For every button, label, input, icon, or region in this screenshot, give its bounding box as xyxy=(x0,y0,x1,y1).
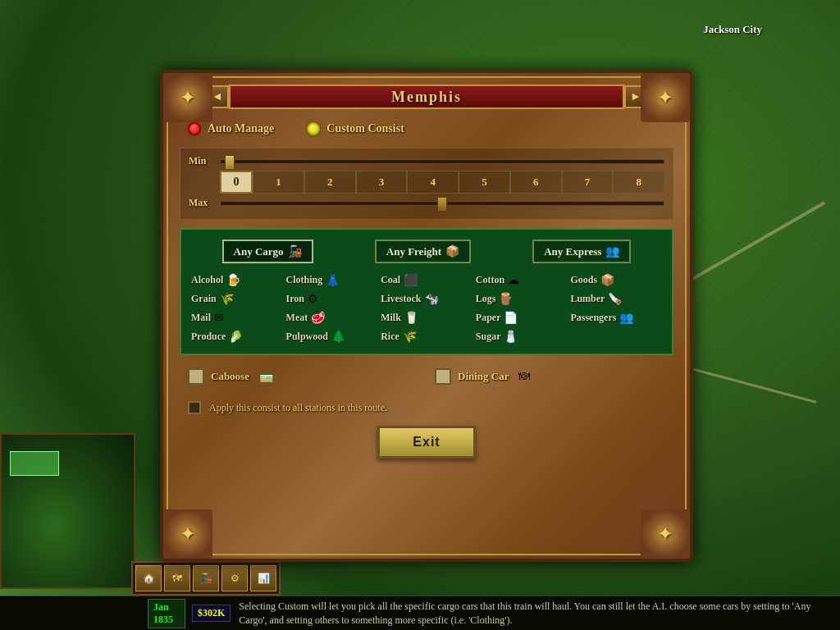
cargo-name-livestock: Livestock xyxy=(381,293,421,305)
scale-value-5: 5 xyxy=(459,171,510,194)
any-freight-label: Any Freight xyxy=(386,245,441,258)
cargo-icon-goods: 📦 xyxy=(600,273,614,287)
caboose-label: Caboose xyxy=(211,370,249,383)
cargo-empty-cell xyxy=(570,330,662,344)
apply-row: Apply this consist to all stations in th… xyxy=(180,396,673,419)
special-cars-section: Caboose 🚃 Dining Car 🍽 xyxy=(180,363,673,390)
panel-frame: ✦ ✦ ✦ ✦ ◄ Memphis ► Auto Manage xyxy=(160,70,693,562)
dialog-panel: ✦ ✦ ✦ ✦ ◄ Memphis ► Auto Manage xyxy=(160,70,693,562)
min-slider-row: Min xyxy=(189,155,664,167)
title-bar: ◄ Memphis ► xyxy=(229,84,624,109)
toolbar-btn-2[interactable]: 🗺 xyxy=(164,565,190,591)
cargo-name-grain: Grain xyxy=(191,293,217,305)
corner-ornament-tl: ✦ xyxy=(163,73,212,122)
cargo-name-milk: Milk xyxy=(381,312,401,324)
mini-map-highlight xyxy=(10,451,59,476)
cargo-item-coal[interactable]: Coal ⬛ xyxy=(381,273,472,287)
number-scale: 0 1 2 3 4 5 6 7 8 xyxy=(189,171,664,194)
custom-consist-option[interactable]: Custom Consist xyxy=(307,122,404,135)
cargo-icon-meat: 🥩 xyxy=(311,311,325,325)
min-slider-track[interactable] xyxy=(220,159,664,164)
max-slider-row: Max xyxy=(189,197,664,209)
scale-value-2: 2 xyxy=(304,171,356,194)
toolbar-btn-3[interactable]: 🚂 xyxy=(193,565,219,591)
city-label: Jackson City xyxy=(703,23,762,36)
exit-button[interactable]: Exit xyxy=(377,426,475,459)
cargo-item-meat[interactable]: Meat 🥩 xyxy=(286,311,378,325)
cargo-item-logs[interactable]: Logs 🪵 xyxy=(476,292,568,306)
cargo-item-alcohol[interactable]: Alcohol 🍺 xyxy=(191,273,283,287)
apply-checkbox[interactable] xyxy=(188,401,201,414)
scale-value-7: 7 xyxy=(562,171,614,194)
any-freight-button[interactable]: Any Freight 📦 xyxy=(375,240,471,263)
cargo-item-grain[interactable]: Grain 🌾 xyxy=(191,292,283,306)
cargo-item-sugar[interactable]: Sugar 🧂 xyxy=(476,330,568,344)
min-label: Min xyxy=(189,155,213,167)
max-slider-thumb[interactable] xyxy=(437,197,447,212)
cargo-item-goods[interactable]: Goods 📦 xyxy=(570,273,662,287)
cargo-item-rice[interactable]: Rice 🌾 xyxy=(381,330,472,344)
toolbar-btn-1[interactable]: 🏠 xyxy=(135,565,162,591)
auto-manage-option[interactable]: Auto Manage xyxy=(188,122,274,135)
caboose-item[interactable]: Caboose 🚃 xyxy=(188,368,418,385)
scale-value-1: 1 xyxy=(253,171,304,194)
any-cargo-button[interactable]: Any Cargo 🚂 xyxy=(222,240,313,263)
toolbar-btn-4[interactable]: ⚙ xyxy=(221,565,248,591)
cargo-name-clothing: Clothing xyxy=(286,274,323,286)
dining-car-label: Dining Car xyxy=(458,370,509,383)
any-express-button[interactable]: Any Express 👥 xyxy=(532,240,631,263)
bottom-toolbar: 🏠 🗺 🚂 ⚙ 📊 xyxy=(131,561,281,596)
corner-br: ✦ xyxy=(641,509,690,559)
cargo-name-passengers: Passengers xyxy=(570,312,616,324)
cargo-header-row: Any Cargo 🚂 Any Freight 📦 Any Express 👥 xyxy=(191,240,662,263)
cargo-item-iron[interactable]: Iron ⚙ xyxy=(286,292,378,306)
caboose-checkbox[interactable] xyxy=(188,368,204,385)
cargo-name-pulpwood: Pulpwood xyxy=(286,331,328,343)
cargo-item-produce[interactable]: Produce 🥬 xyxy=(191,330,283,344)
cargo-icon-paper: 📄 xyxy=(504,311,518,325)
corner-tr: ✦ xyxy=(641,73,690,122)
cargo-section: Any Cargo 🚂 Any Freight 📦 Any Express 👥 xyxy=(180,228,673,355)
panel-content: Auto Manage Custom Consist Min 0 1 xyxy=(180,118,673,542)
cargo-item-cotton[interactable]: Cotton ☁ xyxy=(476,273,568,287)
cargo-item-clothing[interactable]: Clothing 👗 xyxy=(286,273,378,287)
cargo-name-meat: Meat xyxy=(286,312,308,324)
any-cargo-label: Any Cargo xyxy=(234,245,284,258)
cargo-item-passengers[interactable]: Passengers 👥 xyxy=(570,311,662,325)
cargo-item-milk[interactable]: Milk 🥛 xyxy=(381,311,472,325)
cargo-item-lumber[interactable]: Lumber 🪚 xyxy=(570,292,662,306)
cargo-name-produce: Produce xyxy=(191,331,226,343)
cargo-item-paper[interactable]: Paper 📄 xyxy=(476,311,568,325)
any-express-icon: 👥 xyxy=(605,244,619,258)
custom-consist-label: Custom Consist xyxy=(326,122,404,135)
cargo-name-cotton: Cotton xyxy=(476,274,504,286)
auto-manage-label: Auto Manage xyxy=(208,122,274,135)
cargo-item-pulpwood[interactable]: Pulpwood 🌲 xyxy=(286,330,378,344)
cargo-icon-clothing: 👗 xyxy=(326,273,340,287)
any-express-label: Any Express xyxy=(544,245,601,258)
cargo-name-goods: Goods xyxy=(570,274,597,286)
caboose-icon: 🚃 xyxy=(259,370,273,384)
cargo-name-mail: Mail xyxy=(191,312,211,324)
dining-car-item[interactable]: Dining Car 🍽 xyxy=(435,368,665,385)
scale-value-0: 0 xyxy=(220,171,253,194)
status-money: $302K xyxy=(192,605,231,622)
scale-value-3: 3 xyxy=(356,171,408,194)
dining-car-checkbox[interactable] xyxy=(435,368,451,385)
cargo-item-mail[interactable]: Mail ✉ xyxy=(191,311,283,325)
cargo-icon-grain: 🌾 xyxy=(220,292,234,306)
min-slider-thumb[interactable] xyxy=(225,155,235,170)
cargo-icon-passengers: 👥 xyxy=(619,311,633,325)
toolbar-btn-5[interactable]: 📊 xyxy=(250,565,276,591)
cargo-icon-sugar: 🧂 xyxy=(504,330,518,344)
cargo-name-lumber: Lumber xyxy=(570,293,605,305)
corner-ornament-br: ✦ xyxy=(641,509,690,559)
cargo-icon-alcohol: 🍺 xyxy=(226,273,240,287)
corner-ornament-bl: ✦ xyxy=(163,509,212,559)
scale-value-6: 6 xyxy=(510,171,562,194)
scale-value-8: 8 xyxy=(613,171,664,194)
cargo-icon-rice: 🌾 xyxy=(403,330,417,344)
cargo-item-livestock[interactable]: Livestock 🐄 xyxy=(381,292,472,306)
max-slider-track[interactable] xyxy=(220,201,664,206)
cargo-icon-lumber: 🪚 xyxy=(608,292,622,306)
